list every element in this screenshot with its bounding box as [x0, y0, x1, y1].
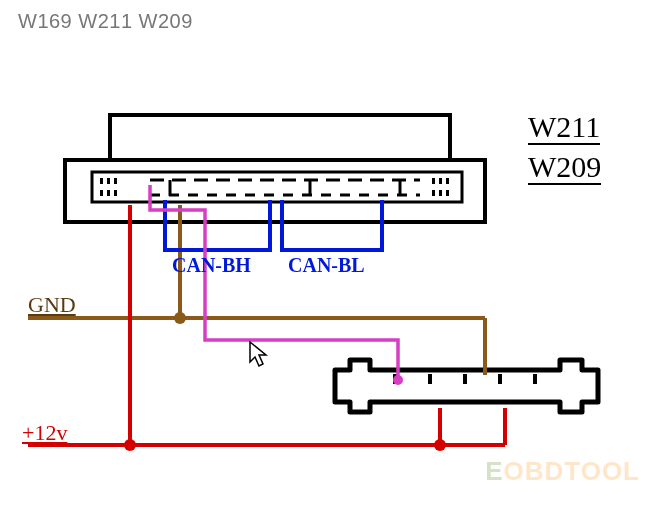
svg-rect-3	[107, 178, 110, 184]
svg-rect-7	[114, 190, 117, 196]
svg-rect-8	[432, 178, 435, 184]
label-gnd: GND	[28, 292, 76, 318]
svg-rect-9	[439, 178, 442, 184]
svg-rect-5	[100, 190, 103, 196]
wiring-diagram	[0, 0, 660, 505]
secondary-connector-pins	[395, 374, 535, 384]
wire-12v	[28, 205, 505, 445]
svg-rect-1	[92, 172, 462, 202]
main-connector-slots	[150, 180, 420, 196]
svg-rect-2	[100, 178, 103, 184]
svg-rect-6	[107, 190, 110, 196]
gnd-junction	[174, 312, 186, 324]
signal-endpoint	[393, 375, 403, 385]
cursor-icon	[248, 340, 270, 370]
svg-rect-13	[446, 190, 449, 196]
label-can-bl: CAN-BL	[288, 254, 365, 277]
watermark: EOBDTOOL	[485, 456, 640, 487]
svg-rect-12	[439, 190, 442, 196]
svg-rect-10	[446, 178, 449, 184]
wire-signal	[150, 185, 398, 378]
wire-can-bl	[282, 200, 382, 250]
v12-junction-branch	[434, 439, 446, 451]
main-connector-pins-right	[432, 178, 449, 196]
model-label-top: W211	[528, 110, 600, 145]
main-connector-pins-left	[100, 178, 117, 196]
secondary-connector	[335, 360, 598, 412]
model-label-bottom: W209	[528, 150, 601, 185]
svg-rect-11	[432, 190, 435, 196]
label-can-bh: CAN-BH	[172, 254, 251, 277]
label-12v: +12v	[22, 420, 67, 446]
v12-junction-main	[124, 439, 136, 451]
svg-rect-4	[114, 178, 117, 184]
